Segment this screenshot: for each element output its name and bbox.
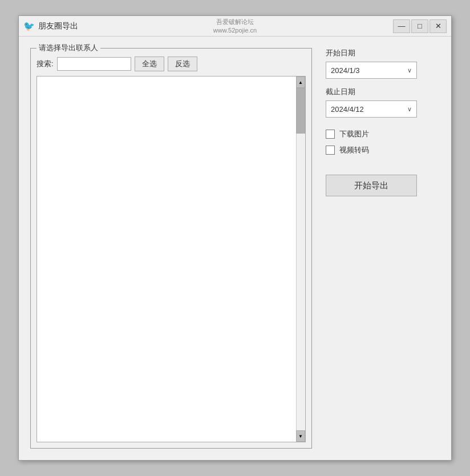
search-input[interactable]	[57, 57, 131, 71]
select-all-button[interactable]: 全选	[135, 57, 164, 71]
content-area: 请选择导出联系人 搜索: 全选 反选 ▲ ▼	[19, 37, 451, 460]
scroll-thumb[interactable]	[296, 88, 305, 134]
forum-url: www.52pojie.cn	[213, 26, 257, 34]
scroll-up-arrow[interactable]: ▲	[296, 76, 305, 88]
forum-name: 吾爱破解论坛	[213, 18, 257, 26]
title-left: 🐦 朋友圈导出	[23, 21, 78, 31]
end-date-select[interactable]: 2024/4/12 ∨	[326, 100, 417, 118]
options-group: 下载图片 视频转码	[326, 129, 440, 155]
contacts-list[interactable]: ▲ ▼	[37, 76, 306, 442]
end-date-chevron-icon: ∨	[407, 106, 412, 113]
search-row: 搜索: 全选 反选	[37, 57, 306, 71]
download-images-checkbox[interactable]	[326, 130, 335, 139]
contacts-group-label: 请选择导出联系人	[37, 43, 100, 53]
export-button[interactable]: 开始导出	[326, 175, 417, 196]
right-panel: 开始日期 2024/1/3 ∨ 截止日期 2024/4/12 ∨ 下载图片	[326, 48, 440, 449]
window-controls: — □ ✕	[393, 19, 447, 33]
transcode-video-row[interactable]: 视频转码	[326, 145, 440, 155]
maximize-button[interactable]: □	[411, 19, 428, 33]
end-date-value: 2024/4/12	[331, 105, 364, 114]
start-date-value: 2024/1/3	[331, 66, 360, 75]
download-images-label: 下载图片	[339, 129, 369, 139]
title-bar: 🐦 朋友圈导出 吾爱破解论坛 www.52pojie.cn — □ ✕	[19, 16, 451, 37]
transcode-video-label: 视频转码	[339, 145, 369, 155]
end-date-label: 截止日期	[326, 87, 440, 97]
contacts-group: 请选择导出联系人 搜索: 全选 反选 ▲ ▼	[30, 48, 312, 449]
start-date-group: 开始日期 2024/1/3 ∨	[326, 48, 440, 79]
search-label: 搜索:	[37, 59, 54, 69]
app-icon: 🐦	[23, 21, 35, 31]
start-date-select[interactable]: 2024/1/3 ∨	[326, 62, 417, 79]
main-window: 🐦 朋友圈导出 吾爱破解论坛 www.52pojie.cn — □ ✕ 请选择导…	[18, 15, 452, 461]
close-button[interactable]: ✕	[430, 19, 447, 33]
start-date-label: 开始日期	[326, 48, 440, 58]
minimize-button[interactable]: —	[393, 19, 410, 33]
start-date-chevron-icon: ∨	[407, 67, 412, 74]
window-title: 朋友圈导出	[38, 21, 78, 31]
transcode-video-checkbox[interactable]	[326, 146, 335, 155]
title-center: 吾爱破解论坛 www.52pojie.cn	[213, 18, 257, 34]
end-date-group: 截止日期 2024/4/12 ∨	[326, 87, 440, 118]
scroll-down-arrow[interactable]: ▼	[296, 430, 305, 442]
left-panel: 请选择导出联系人 搜索: 全选 反选 ▲ ▼	[30, 48, 312, 449]
invert-button[interactable]: 反选	[168, 57, 197, 71]
scrollbar-track[interactable]: ▲ ▼	[296, 76, 305, 442]
download-images-row[interactable]: 下载图片	[326, 129, 440, 139]
